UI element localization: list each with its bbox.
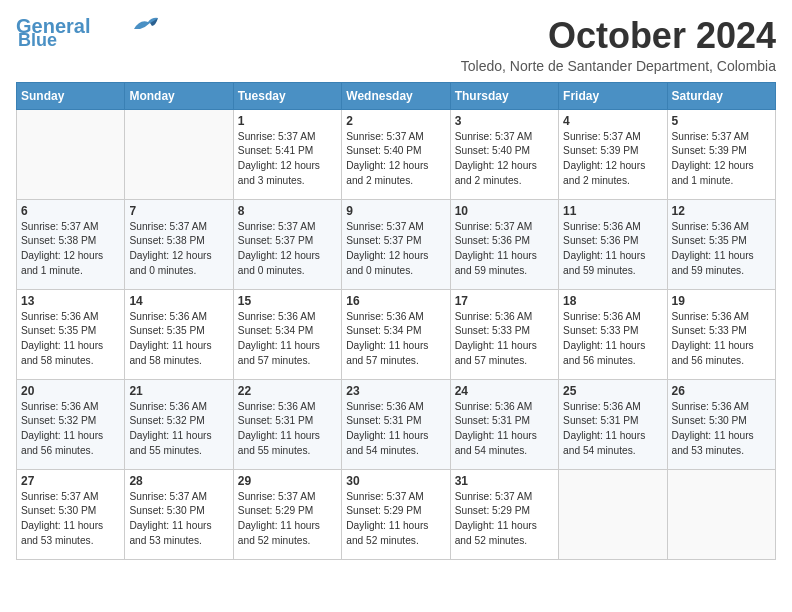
day-number: 3 bbox=[455, 114, 554, 128]
calendar-cell bbox=[559, 469, 667, 559]
day-number: 10 bbox=[455, 204, 554, 218]
day-number: 20 bbox=[21, 384, 120, 398]
calendar-cell: 24Sunrise: 5:36 AMSunset: 5:31 PMDayligh… bbox=[450, 379, 558, 469]
day-info: Sunrise: 5:36 AMSunset: 5:31 PMDaylight:… bbox=[455, 400, 554, 459]
calendar-cell: 11Sunrise: 5:36 AMSunset: 5:36 PMDayligh… bbox=[559, 199, 667, 289]
day-info: Sunrise: 5:37 AMSunset: 5:29 PMDaylight:… bbox=[455, 490, 554, 549]
calendar-cell: 1Sunrise: 5:37 AMSunset: 5:41 PMDaylight… bbox=[233, 109, 341, 199]
day-number: 13 bbox=[21, 294, 120, 308]
day-info: Sunrise: 5:36 AMSunset: 5:31 PMDaylight:… bbox=[238, 400, 337, 459]
day-number: 11 bbox=[563, 204, 662, 218]
day-number: 1 bbox=[238, 114, 337, 128]
calendar-cell: 25Sunrise: 5:36 AMSunset: 5:31 PMDayligh… bbox=[559, 379, 667, 469]
day-info: Sunrise: 5:37 AMSunset: 5:29 PMDaylight:… bbox=[346, 490, 445, 549]
calendar-cell bbox=[125, 109, 233, 199]
calendar-cell: 16Sunrise: 5:36 AMSunset: 5:34 PMDayligh… bbox=[342, 289, 450, 379]
calendar-cell: 14Sunrise: 5:36 AMSunset: 5:35 PMDayligh… bbox=[125, 289, 233, 379]
weekday-header: Saturday bbox=[667, 82, 775, 109]
day-number: 7 bbox=[129, 204, 228, 218]
calendar-cell: 13Sunrise: 5:36 AMSunset: 5:35 PMDayligh… bbox=[17, 289, 125, 379]
weekday-header: Monday bbox=[125, 82, 233, 109]
day-number: 15 bbox=[238, 294, 337, 308]
day-info: Sunrise: 5:36 AMSunset: 5:33 PMDaylight:… bbox=[455, 310, 554, 369]
logo: General Blue bbox=[16, 16, 160, 51]
day-number: 18 bbox=[563, 294, 662, 308]
calendar-cell: 30Sunrise: 5:37 AMSunset: 5:29 PMDayligh… bbox=[342, 469, 450, 559]
day-number: 31 bbox=[455, 474, 554, 488]
calendar-cell: 21Sunrise: 5:36 AMSunset: 5:32 PMDayligh… bbox=[125, 379, 233, 469]
calendar-cell: 26Sunrise: 5:36 AMSunset: 5:30 PMDayligh… bbox=[667, 379, 775, 469]
day-info: Sunrise: 5:36 AMSunset: 5:31 PMDaylight:… bbox=[563, 400, 662, 459]
day-number: 12 bbox=[672, 204, 771, 218]
weekday-header: Wednesday bbox=[342, 82, 450, 109]
day-number: 17 bbox=[455, 294, 554, 308]
day-info: Sunrise: 5:37 AMSunset: 5:40 PMDaylight:… bbox=[346, 130, 445, 189]
calendar-cell: 31Sunrise: 5:37 AMSunset: 5:29 PMDayligh… bbox=[450, 469, 558, 559]
day-info: Sunrise: 5:37 AMSunset: 5:39 PMDaylight:… bbox=[672, 130, 771, 189]
location-title: Toledo, Norte de Santander Department, C… bbox=[461, 58, 776, 74]
logo-blue: Blue bbox=[18, 30, 57, 51]
calendar-cell: 22Sunrise: 5:36 AMSunset: 5:31 PMDayligh… bbox=[233, 379, 341, 469]
day-info: Sunrise: 5:37 AMSunset: 5:38 PMDaylight:… bbox=[129, 220, 228, 279]
day-info: Sunrise: 5:36 AMSunset: 5:35 PMDaylight:… bbox=[129, 310, 228, 369]
day-number: 6 bbox=[21, 204, 120, 218]
calendar-cell: 5Sunrise: 5:37 AMSunset: 5:39 PMDaylight… bbox=[667, 109, 775, 199]
day-info: Sunrise: 5:37 AMSunset: 5:29 PMDaylight:… bbox=[238, 490, 337, 549]
day-number: 8 bbox=[238, 204, 337, 218]
day-info: Sunrise: 5:37 AMSunset: 5:37 PMDaylight:… bbox=[346, 220, 445, 279]
day-number: 28 bbox=[129, 474, 228, 488]
day-info: Sunrise: 5:37 AMSunset: 5:30 PMDaylight:… bbox=[21, 490, 120, 549]
calendar-cell: 2Sunrise: 5:37 AMSunset: 5:40 PMDaylight… bbox=[342, 109, 450, 199]
day-info: Sunrise: 5:36 AMSunset: 5:32 PMDaylight:… bbox=[129, 400, 228, 459]
day-number: 2 bbox=[346, 114, 445, 128]
day-number: 4 bbox=[563, 114, 662, 128]
day-info: Sunrise: 5:36 AMSunset: 5:34 PMDaylight:… bbox=[238, 310, 337, 369]
day-number: 5 bbox=[672, 114, 771, 128]
calendar-cell: 19Sunrise: 5:36 AMSunset: 5:33 PMDayligh… bbox=[667, 289, 775, 379]
calendar-cell bbox=[17, 109, 125, 199]
day-info: Sunrise: 5:36 AMSunset: 5:31 PMDaylight:… bbox=[346, 400, 445, 459]
calendar-cell: 7Sunrise: 5:37 AMSunset: 5:38 PMDaylight… bbox=[125, 199, 233, 289]
day-info: Sunrise: 5:36 AMSunset: 5:35 PMDaylight:… bbox=[21, 310, 120, 369]
calendar-cell: 9Sunrise: 5:37 AMSunset: 5:37 PMDaylight… bbox=[342, 199, 450, 289]
day-number: 24 bbox=[455, 384, 554, 398]
day-info: Sunrise: 5:36 AMSunset: 5:32 PMDaylight:… bbox=[21, 400, 120, 459]
calendar-cell: 18Sunrise: 5:36 AMSunset: 5:33 PMDayligh… bbox=[559, 289, 667, 379]
day-number: 9 bbox=[346, 204, 445, 218]
calendar-cell: 17Sunrise: 5:36 AMSunset: 5:33 PMDayligh… bbox=[450, 289, 558, 379]
calendar-cell: 28Sunrise: 5:37 AMSunset: 5:30 PMDayligh… bbox=[125, 469, 233, 559]
logo-bird-icon bbox=[132, 15, 160, 33]
calendar-cell: 6Sunrise: 5:37 AMSunset: 5:38 PMDaylight… bbox=[17, 199, 125, 289]
day-number: 25 bbox=[563, 384, 662, 398]
calendar-cell bbox=[667, 469, 775, 559]
page-header: General Blue October 2024 Toledo, Norte … bbox=[16, 16, 776, 74]
weekday-header: Tuesday bbox=[233, 82, 341, 109]
day-number: 22 bbox=[238, 384, 337, 398]
calendar-cell: 10Sunrise: 5:37 AMSunset: 5:36 PMDayligh… bbox=[450, 199, 558, 289]
day-number: 19 bbox=[672, 294, 771, 308]
day-info: Sunrise: 5:37 AMSunset: 5:37 PMDaylight:… bbox=[238, 220, 337, 279]
day-number: 23 bbox=[346, 384, 445, 398]
weekday-header: Friday bbox=[559, 82, 667, 109]
day-info: Sunrise: 5:36 AMSunset: 5:36 PMDaylight:… bbox=[563, 220, 662, 279]
day-info: Sunrise: 5:37 AMSunset: 5:38 PMDaylight:… bbox=[21, 220, 120, 279]
day-info: Sunrise: 5:37 AMSunset: 5:41 PMDaylight:… bbox=[238, 130, 337, 189]
day-info: Sunrise: 5:37 AMSunset: 5:40 PMDaylight:… bbox=[455, 130, 554, 189]
day-info: Sunrise: 5:36 AMSunset: 5:33 PMDaylight:… bbox=[563, 310, 662, 369]
day-number: 30 bbox=[346, 474, 445, 488]
month-title: October 2024 bbox=[461, 16, 776, 56]
day-number: 27 bbox=[21, 474, 120, 488]
day-number: 14 bbox=[129, 294, 228, 308]
weekday-header: Thursday bbox=[450, 82, 558, 109]
day-number: 21 bbox=[129, 384, 228, 398]
day-info: Sunrise: 5:37 AMSunset: 5:30 PMDaylight:… bbox=[129, 490, 228, 549]
calendar-cell: 3Sunrise: 5:37 AMSunset: 5:40 PMDaylight… bbox=[450, 109, 558, 199]
calendar-cell: 12Sunrise: 5:36 AMSunset: 5:35 PMDayligh… bbox=[667, 199, 775, 289]
calendar-cell: 27Sunrise: 5:37 AMSunset: 5:30 PMDayligh… bbox=[17, 469, 125, 559]
day-info: Sunrise: 5:36 AMSunset: 5:33 PMDaylight:… bbox=[672, 310, 771, 369]
title-area: October 2024 Toledo, Norte de Santander … bbox=[461, 16, 776, 74]
day-info: Sunrise: 5:37 AMSunset: 5:36 PMDaylight:… bbox=[455, 220, 554, 279]
calendar-table: SundayMondayTuesdayWednesdayThursdayFrid… bbox=[16, 82, 776, 560]
day-number: 26 bbox=[672, 384, 771, 398]
day-info: Sunrise: 5:36 AMSunset: 5:35 PMDaylight:… bbox=[672, 220, 771, 279]
